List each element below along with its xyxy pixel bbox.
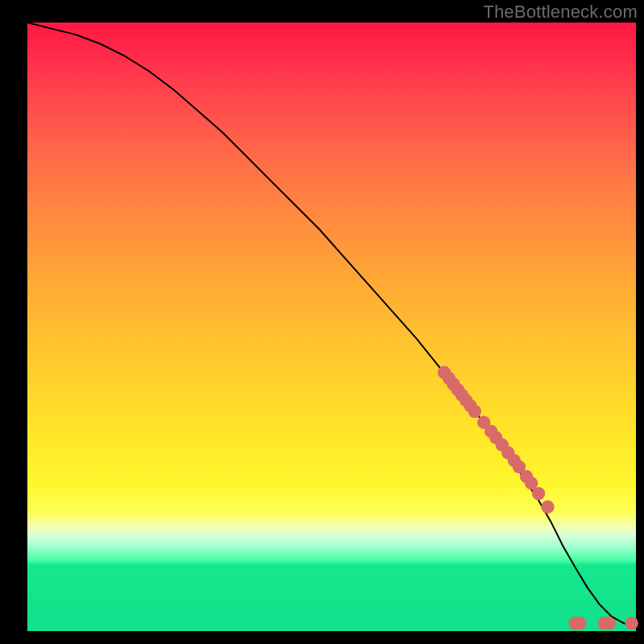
data-point	[603, 617, 616, 630]
data-point	[625, 617, 638, 630]
data-point	[541, 501, 554, 514]
data-point	[469, 405, 481, 418]
chart-svg	[27, 23, 636, 631]
data-point	[532, 487, 545, 500]
data-point	[573, 617, 586, 630]
attribution-text: TheBottleneck.com	[483, 2, 638, 23]
plot-area	[27, 23, 636, 631]
scatter-group	[438, 366, 638, 630]
bottleneck-curve	[27, 23, 636, 625]
